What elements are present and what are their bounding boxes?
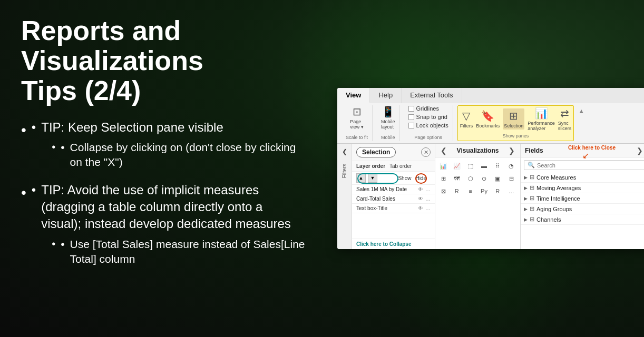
field-group-aging-groups[interactable]: ▶ ⊞ Aging Groups: [521, 204, 644, 214]
viz-icon-python[interactable]: Py: [479, 185, 490, 197]
bookmarks-button[interactable]: 🔖 Bookmarks: [476, 110, 500, 128]
tip-1-sub-1-text: Collapse by clicking on (don't close by …: [70, 140, 306, 170]
ribbon-group-mobile: 📱 Mobilelayout Mobile: [377, 105, 400, 141]
filters-label: Filters: [341, 164, 347, 178]
viz-icon-map[interactable]: 🗺: [451, 173, 463, 184]
ribbon-content: ⊡ Pageview ▾ Scale to fit 📱 Mobilelayout…: [337, 103, 644, 143]
search-icon: 🔍: [528, 162, 535, 168]
viz-icon-table[interactable]: ⊟: [505, 173, 517, 184]
ribbon: View Help External Tools ⊡ Pageview ▾ S: [337, 88, 644, 144]
page-view-button[interactable]: ⊡ Pageview ▾: [350, 105, 364, 130]
pbi-body: ❮ Filters Selection ✕ Layer order Tab or…: [337, 144, 644, 249]
field-group-core-measures[interactable]: ▶ ⊞ Core Measures: [521, 172, 644, 183]
gridlines-checkbox[interactable]: Gridlines: [408, 105, 448, 112]
ribbon-tab-help[interactable]: Help: [370, 88, 402, 103]
selection-item-1[interactable]: Sales 1M MA by Date 👁 …: [352, 185, 435, 194]
viz-icon-kpi[interactable]: R: [451, 185, 463, 197]
viz-pane-header: ❮ Visualizations ❯: [435, 144, 520, 158]
show-label: Show: [398, 175, 411, 181]
selection-pane-title: Selection: [356, 147, 396, 157]
viz-icon-bar2[interactable]: ▬: [479, 160, 490, 172]
field-group-aging-label: Aging Groups: [536, 206, 572, 212]
table-icon-moving: ⊞: [530, 184, 534, 191]
tip-1-subtips: • Collapse by clicking on (don't close b…: [52, 140, 306, 170]
table-icon-aging: ⊞: [530, 205, 534, 212]
expand-icon-core: ▶: [524, 175, 528, 180]
ribbon-group-page-options: Gridlines Snap to grid Lock objects: [404, 105, 453, 141]
viz-icon-pie[interactable]: ◔: [505, 160, 517, 172]
slide-title: Reports and Visualizations Tips (2/4): [21, 16, 306, 106]
viz-icon-scatter[interactable]: ⠿: [492, 160, 503, 172]
selection-item-2[interactable]: Card-Total Sales 👁 …: [352, 194, 435, 204]
scale-label: Scale to fit: [346, 135, 368, 141]
fields-pane-header: Fields ❯: [521, 144, 644, 158]
gridlines-label: Gridlines: [416, 105, 439, 112]
viz-icon-slicer[interactable]: ≡: [465, 185, 476, 197]
ribbon-group-show-panes: ▽ Filters 🔖 Bookmarks ⊞ Selection: [457, 105, 574, 141]
ribbon-group-scale: ⊡ Pageview ▾ Scale to fit: [341, 105, 373, 141]
more-icon-2: …: [425, 196, 431, 202]
viz-icon-line[interactable]: 📈: [451, 160, 463, 172]
viz-icon-area[interactable]: ⬚: [465, 160, 476, 172]
tip-1-bullet: •: [32, 119, 36, 173]
tips-list: • TIP: Keep Selection pane visible • Col…: [21, 119, 306, 270]
viz-icon-funnel[interactable]: ⬡: [465, 173, 476, 184]
page-view-icon: ⊡: [353, 105, 362, 118]
right-panel: View Help External Tools ⊡ Pageview ▾ S: [327, 0, 644, 337]
collapse-pane-button[interactable]: ❮: [342, 148, 347, 155]
viz-icon-r[interactable]: R: [492, 185, 503, 197]
selection-item-1-name: Sales 1M MA by Date: [356, 186, 407, 192]
viz-icon-gauge[interactable]: ⊙: [479, 173, 490, 184]
lock-cb: [408, 123, 414, 128]
viz-icon-treemap[interactable]: ⊞: [437, 173, 449, 184]
selection-pane-header: Selection ✕: [352, 144, 435, 161]
filters-button[interactable]: ▽ Filters: [460, 110, 473, 128]
filters-icon: ▽: [462, 110, 470, 122]
show-panes-label: Show panes: [503, 133, 529, 140]
selection-item-3-controls: 👁 …: [418, 205, 431, 211]
move-up-button[interactable]: ▲: [356, 173, 366, 183]
tab-order-tab[interactable]: Tab order: [389, 163, 412, 169]
page-options-checkboxes: Gridlines Snap to grid Lock objects: [408, 105, 448, 128]
viz-icon-bar[interactable]: 📊: [437, 160, 449, 172]
field-group-time-intelligence[interactable]: ▶ ⊞ Time Intelligence: [521, 193, 644, 204]
snap-cb: [408, 114, 414, 120]
expand-icon-aging: ▶: [524, 206, 528, 212]
ribbon-scroll-up[interactable]: ▲: [578, 107, 584, 115]
move-down-button[interactable]: ▼: [368, 173, 377, 183]
viz-icon-matrix[interactable]: ⊠: [437, 185, 449, 197]
viz-nav-right[interactable]: ❯: [508, 146, 516, 155]
ribbon-tab-external-tools[interactable]: External Tools: [402, 88, 462, 103]
tip-2-bullet: •: [32, 182, 36, 270]
eye-icon-1: 👁: [418, 186, 423, 192]
sync-slicers-button[interactable]: ⇄ Syncslicers: [558, 107, 572, 131]
snap-to-grid-checkbox[interactable]: Snap to grid: [408, 114, 448, 120]
viz-nav-left[interactable]: ❮: [440, 146, 448, 155]
tip-2-subtips: • Use [Total Sales] measure instead of S…: [52, 237, 306, 267]
fields-nav-right[interactable]: ❯: [636, 146, 644, 155]
click-collapse-link[interactable]: Click here to Collapse: [352, 239, 435, 249]
layer-order-tab[interactable]: Layer order: [356, 163, 385, 169]
mobile-icon: 📱: [382, 105, 395, 118]
lock-objects-checkbox[interactable]: Lock objects: [408, 122, 448, 128]
tip-1-text: TIP: Keep Selection pane visible: [41, 120, 223, 134]
mobile-layout-button[interactable]: 📱 Mobilelayout: [381, 105, 395, 130]
tip-2: • TIP: Avoid the use of implicit measure…: [21, 182, 306, 270]
viz-icon-card[interactable]: ▣: [492, 173, 503, 184]
selection-items-list: Sales 1M MA by Date 👁 … Card-Total Sales…: [352, 185, 435, 239]
ribbon-tab-view[interactable]: View: [337, 88, 370, 103]
selection-close-button[interactable]: ✕: [421, 147, 431, 157]
field-group-channels-label: Channels: [536, 216, 561, 223]
tip-2-text: TIP: Avoid the use of implicit measures …: [41, 183, 291, 231]
tip-1-sub-1: • Collapse by clicking on (don't close b…: [52, 140, 306, 170]
fields-search-input[interactable]: [537, 162, 641, 168]
performance-analyzer-button[interactable]: 📊 Performanceanalyzer: [528, 107, 555, 131]
viz-pane-title: Visualizations: [457, 147, 499, 154]
fields-search-box[interactable]: 🔍: [524, 160, 644, 170]
viz-icon-more[interactable]: …: [505, 185, 517, 197]
field-group-moving-averages[interactable]: ▶ ⊞ Moving Averages: [521, 183, 644, 193]
visualizations-pane: ❮ Visualizations ❯ 📊 📈 ⬚ ▬ ⠿: [435, 144, 521, 249]
selection-button[interactable]: ⊞ Selection: [503, 108, 524, 130]
field-group-channels[interactable]: ▶ ⊞ Channels: [521, 214, 644, 225]
selection-item-3[interactable]: Text box-Title 👁 …: [352, 204, 435, 213]
